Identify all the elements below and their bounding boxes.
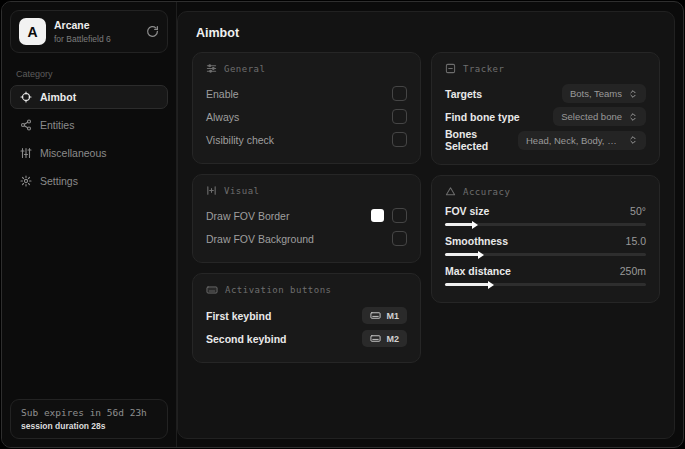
smoothness-value: 15.0 [626,235,646,247]
fov-size-slider[interactable] [445,223,646,226]
sidebar-item-label: Aimbot [40,91,76,103]
keyboard-icon [370,310,381,321]
find-bone-type-select[interactable]: Selected bone [553,107,646,126]
sidebar-nav: Aimbot Entities Miscellaneous [2,85,176,193]
max-distance-slider[interactable] [445,283,646,286]
visual-header-label: Visual [224,186,260,196]
keybind-value: M2 [386,334,399,344]
sidebar: A Arcane for Battlefield 6 Category Aimb… [2,2,177,447]
tracker-card: Tracker Targets Bots, Teams [431,52,660,165]
accuracy-card: Accuracy FOV size 50° [431,175,660,303]
max-distance-value: 250m [620,265,646,277]
crosshair-icon [20,91,32,103]
smoothness-slider[interactable] [445,253,646,256]
sidebar-item-aimbot[interactable]: Aimbot [10,85,168,109]
sidebar-item-label: Miscellaneous [40,147,107,159]
setting-label: Enable [206,88,239,100]
select-value: Selected bone [561,111,622,122]
keyboard-icon [206,284,218,296]
keybind-value: M1 [386,311,399,321]
subscription-info: Sub expires in 56d 23h session duration … [10,399,168,439]
setting-row-find-bone-type: Find bone type Selected bone [445,105,646,128]
fov-size-value: 50° [630,205,646,217]
general-card: General Enable Always Visibility check [192,52,421,164]
visual-icon [206,185,217,196]
draw-fov-border-checkbox[interactable] [392,208,407,223]
activation-buttons-card: Activation buttons First keybind M1 [192,273,421,363]
setting-row-targets: Targets Bots, Teams [445,82,646,105]
setting-label: Targets [445,88,482,100]
second-keybind-button[interactable]: M2 [362,330,407,347]
setting-label: Second keybind [206,333,287,345]
setting-label: First keybind [206,310,271,322]
main-area: Aimbot General [177,2,683,447]
app-window: A Arcane for Battlefield 6 Category Aimb… [1,1,684,448]
keyboard-icon [370,333,381,344]
brand-logo: A [19,18,46,45]
activation-header-label: Activation buttons [225,285,332,295]
targets-select[interactable]: Bots, Teams [562,84,646,103]
bones-selected-select[interactable]: Head, Neck, Body, Pe.. [518,131,646,150]
slider-thumb[interactable] [472,221,478,229]
select-value: Head, Neck, Body, Pe.. [526,135,622,146]
slider-thumb[interactable] [478,251,484,259]
tracker-header-label: Tracker [463,64,504,74]
setting-row-first-keybind: First keybind M1 [206,304,407,327]
setting-row-smoothness: Smoothness 15.0 [445,235,646,256]
setting-label: Find bone type [445,111,520,123]
scan-icon [445,63,456,74]
setting-label: Draw FOV Border [206,210,289,222]
setting-row-fov-size: FOV size 50° [445,205,646,226]
first-keybind-button[interactable]: M1 [362,307,407,324]
setting-row-enable: Enable [206,82,407,105]
sync-icon[interactable] [146,25,159,38]
sliders-icon [20,147,32,159]
setting-label: Draw FOV Background [206,233,314,245]
brand-title: Arcane [54,19,138,32]
general-icon [206,63,217,74]
page-title: Aimbot [196,26,660,40]
brand-subtitle: for Battlefield 6 [54,34,138,44]
sidebar-item-settings[interactable]: Settings [10,169,168,193]
setting-row-draw-fov-border: Draw FOV Border [206,204,407,227]
triangle-icon [445,186,456,197]
sidebar-item-label: Entities [40,119,74,131]
sidebar-item-label: Settings [40,175,78,187]
setting-label: Max distance [445,265,511,277]
setting-label: Always [206,111,239,123]
gear-icon [20,175,32,187]
setting-row-bones-selected: Bones Selected Head, Neck, Body, Pe.. [445,128,646,152]
accuracy-header-label: Accuracy [463,187,510,197]
setting-row-visibility-check: Visibility check [206,128,407,151]
setting-row-max-distance: Max distance 250m [445,265,646,286]
category-label: Category [16,69,162,79]
session-duration-text: session duration 28s [21,421,157,431]
setting-label: Visibility check [206,134,274,146]
enable-checkbox[interactable] [392,86,407,101]
select-value: Bots, Teams [570,88,622,99]
setting-row-second-keybind: Second keybind M2 [206,327,407,350]
chevrons-up-down-icon [628,135,638,145]
left-column: General Enable Always Visibility check [192,52,421,363]
chevrons-up-down-icon [628,89,638,99]
main-panel: Aimbot General [177,11,675,439]
visibility-check-checkbox[interactable] [392,132,407,147]
setting-row-draw-fov-background: Draw FOV Background [206,227,407,250]
nodes-icon [20,119,32,131]
brand-card: A Arcane for Battlefield 6 [10,10,168,53]
setting-label: FOV size [445,205,489,217]
sidebar-item-entities[interactable]: Entities [10,113,168,137]
general-header-label: General [224,64,265,74]
sub-expiry-text: Sub expires in 56d 23h [21,407,157,418]
setting-label: Smoothness [445,235,508,247]
setting-row-always: Always [206,105,407,128]
slider-thumb[interactable] [488,281,494,289]
setting-label: Bones Selected [445,128,518,152]
fov-border-color-swatch[interactable] [371,209,384,222]
right-column: Tracker Targets Bots, Teams [431,52,660,303]
always-checkbox[interactable] [392,109,407,124]
visual-card: Visual Draw FOV Border Draw FOV Backgrou… [192,174,421,263]
draw-fov-background-checkbox[interactable] [392,231,407,246]
sidebar-item-miscellaneous[interactable]: Miscellaneous [10,141,168,165]
chevrons-up-down-icon [628,112,638,122]
